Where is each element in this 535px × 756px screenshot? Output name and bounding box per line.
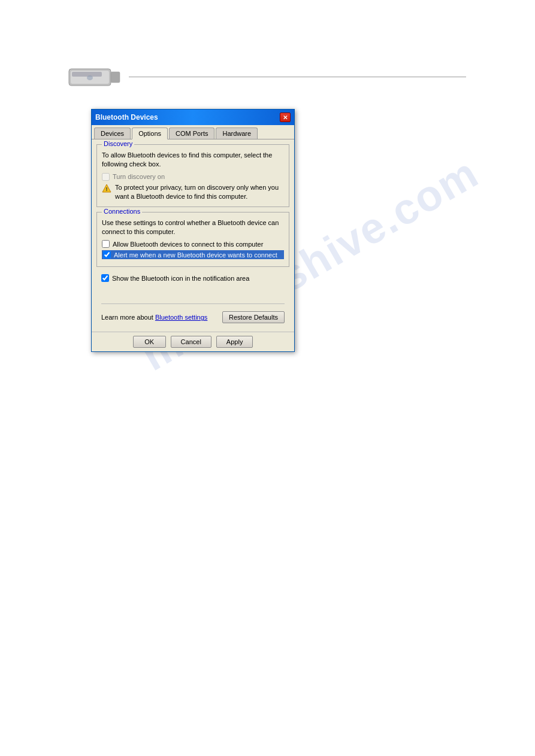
warning-icon: ! [102, 184, 111, 193]
show-icon-row: Show the Bluetooth icon in the notificat… [101, 274, 285, 282]
turn-discovery-row: Turn discovery on [102, 173, 284, 181]
spacer [101, 282, 285, 300]
discovery-content: To allow Bluetooth devices to find this … [102, 151, 284, 202]
learn-more-prefix: Learn more about [101, 314, 155, 321]
learn-more-text: Learn more about Bluetooth settings [101, 314, 207, 321]
header-line [129, 77, 466, 77]
allow-connect-checkbox[interactable] [102, 240, 110, 248]
allow-connect-row: Allow Bluetooth devices to connect to th… [102, 240, 284, 248]
connections-description: Use these settings to control whether a … [102, 218, 284, 237]
title-bar: Bluetooth Devices ✕ [92, 110, 294, 125]
show-icon-area: Show the Bluetooth icon in the notificat… [96, 272, 289, 303]
svg-text:!: ! [106, 186, 108, 192]
turn-discovery-checkbox[interactable] [102, 173, 110, 181]
svg-rect-2 [72, 72, 102, 77]
svg-point-4 [87, 75, 93, 80]
show-icon-label: Show the Bluetooth icon in the notificat… [112, 275, 249, 282]
show-icon-checkbox[interactable] [101, 274, 109, 282]
bluetooth-settings-link[interactable]: Bluetooth settings [155, 314, 207, 321]
alert-connect-label: Alert me when a new Bluetooth device wan… [114, 251, 277, 259]
tab-com-ports[interactable]: COM Ports [169, 127, 214, 139]
discovery-warning-text: To protect your privacy, turn on discove… [115, 183, 284, 202]
tab-hardware[interactable]: Hardware [216, 127, 258, 139]
discovery-legend: Discovery [102, 140, 134, 147]
learn-more-row: Learn more about Bluetooth settings Rest… [96, 308, 289, 327]
tab-devices[interactable]: Devices [94, 127, 131, 139]
connections-content: Use these settings to control whether a … [102, 218, 284, 260]
tab-options[interactable]: Options [132, 127, 168, 139]
discovery-warning-row: ! To protect your privacy, turn on disco… [102, 183, 284, 202]
dialog-content: Discovery To allow Bluetooth devices to … [92, 139, 294, 332]
alert-connect-row: Alert me when a new Bluetooth device wan… [102, 250, 284, 259]
cancel-button[interactable]: Cancel [171, 336, 211, 348]
bluetooth-devices-dialog: Bluetooth Devices ✕ Devices Options COM … [91, 109, 295, 352]
alert-connect-checkbox[interactable] [103, 251, 111, 259]
ok-button[interactable]: OK [133, 336, 166, 348]
turn-discovery-label: Turn discovery on [113, 173, 165, 180]
svg-rect-3 [111, 72, 120, 83]
tab-bar: Devices Options COM Ports Hardware [92, 125, 294, 139]
device-image [66, 60, 126, 96]
dialog-footer: OK Cancel Apply [92, 332, 294, 351]
separator [101, 303, 285, 304]
title-bar-buttons: ✕ [280, 113, 291, 122]
close-button[interactable]: ✕ [280, 113, 291, 122]
allow-connect-label: Allow Bluetooth devices to connect to th… [113, 241, 263, 248]
restore-defaults-button[interactable]: Restore Defaults [222, 311, 285, 323]
connections-group: Connections Use these settings to contro… [96, 212, 289, 268]
connections-legend: Connections [102, 208, 142, 215]
discovery-group: Discovery To allow Bluetooth devices to … [96, 144, 289, 207]
dialog-title: Bluetooth Devices [95, 113, 158, 122]
apply-button[interactable]: Apply [216, 336, 253, 348]
discovery-description: To allow Bluetooth devices to find this … [102, 151, 284, 169]
